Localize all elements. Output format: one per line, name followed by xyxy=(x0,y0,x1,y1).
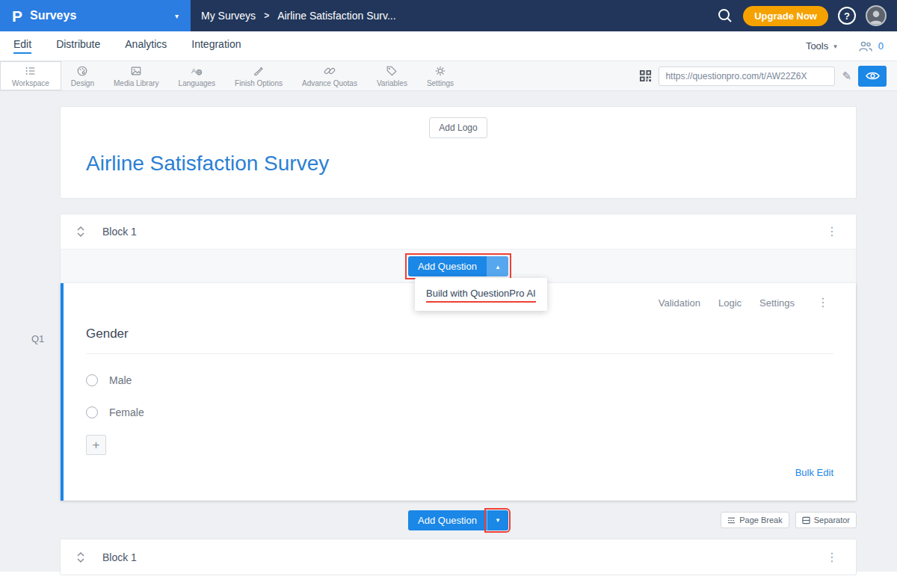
search-icon xyxy=(717,7,733,24)
block-body: Add Question ▴ Build with QuestionPro AI xyxy=(61,250,856,501)
kebab-icon: ⋮ xyxy=(817,296,829,309)
kebab-icon: ⋮ xyxy=(826,225,838,238)
bulk-edit-link[interactable]: Bulk Edit xyxy=(795,467,833,478)
preview-button[interactable] xyxy=(858,66,887,87)
chevron-down-icon: ▾ xyxy=(496,516,500,524)
editor-toolbar: Workspace Design Media Library A Languag… xyxy=(0,61,897,91)
toolbar-item-label: Advance Quotas xyxy=(302,79,357,87)
questionpro-logo: P xyxy=(12,8,22,24)
radio-button[interactable] xyxy=(86,406,98,418)
collapse-block-button[interactable] xyxy=(74,550,87,565)
page-break-icon xyxy=(727,516,736,524)
toolbar-item-label: Variables xyxy=(377,79,407,87)
page-break-button[interactable]: Page Break xyxy=(721,512,789,528)
logic-link[interactable]: Logic xyxy=(718,297,742,309)
separator-icon xyxy=(802,516,810,524)
question-card: Validation Logic Settings ⋮ Gender Male xyxy=(61,283,856,501)
toolbar-item-variables[interactable]: Variables xyxy=(367,61,417,90)
expand-collapse-icon xyxy=(76,226,85,237)
add-question-split-button: Add Question ▾ xyxy=(408,510,508,530)
collaborator-count: 0 xyxy=(878,40,884,52)
block-menu-button[interactable]: ⋮ xyxy=(822,550,842,565)
add-question-caret-button[interactable]: ▴ xyxy=(487,256,508,276)
survey-url-input[interactable] xyxy=(659,66,835,86)
block-title[interactable]: Block 1 xyxy=(102,226,137,238)
upgrade-now-button[interactable]: Upgrade Now xyxy=(743,6,828,26)
qr-code-button[interactable] xyxy=(639,69,652,82)
variables-icon xyxy=(386,65,398,77)
menu-item-label: Build with QuestionPro AI xyxy=(426,288,536,303)
collapse-block-button[interactable] xyxy=(74,224,87,239)
svg-text:A: A xyxy=(191,66,197,75)
add-question-menu: Build with QuestionPro AI xyxy=(415,278,547,311)
question-mark-icon: ? xyxy=(844,10,850,22)
block-title[interactable]: Block 1 xyxy=(102,551,137,563)
breadcrumb-my-surveys[interactable]: My Surveys xyxy=(201,10,256,22)
toolbar-item-workspace[interactable]: Workspace xyxy=(0,61,61,90)
question-menu-button[interactable]: ⋮ xyxy=(813,295,833,310)
toolbar-item-finish-options[interactable]: Finish Options xyxy=(225,61,292,90)
topbar-actions: Upgrade Now ? xyxy=(717,5,897,26)
languages-icon: A xyxy=(191,65,203,77)
insert-side-buttons: Page Break Separator xyxy=(721,512,857,528)
collaborators-icon xyxy=(858,40,873,52)
survey-editor-canvas: Add Logo Airline Satisfaction Survey Q1 … xyxy=(0,91,897,572)
validation-link[interactable]: Validation xyxy=(659,297,700,309)
toolbar-item-design[interactable]: Design xyxy=(61,61,104,90)
survey-header-card: Add Logo Airline Satisfaction Survey xyxy=(60,106,857,199)
question-number: Q1 xyxy=(31,333,44,344)
toolbar-item-languages[interactable]: A Languages xyxy=(169,61,226,90)
add-question-button[interactable]: Add Question xyxy=(408,510,487,530)
advance-quotas-icon xyxy=(324,65,336,77)
pencil-icon: ✎ xyxy=(842,69,851,83)
plus-icon: + xyxy=(93,438,100,453)
option-label[interactable]: Male xyxy=(109,374,132,386)
toolbar-item-label: Design xyxy=(71,79,94,87)
block-card: Block 1 ⋮ xyxy=(60,539,857,575)
add-question-caret-button[interactable]: ▾ xyxy=(487,510,508,530)
add-option-button[interactable]: + xyxy=(86,435,106,455)
gear-icon xyxy=(434,65,446,77)
add-question-button[interactable]: Add Question xyxy=(408,256,487,276)
tab-edit[interactable]: Edit xyxy=(13,38,31,54)
workspace-icon xyxy=(25,65,37,77)
eye-icon xyxy=(866,71,880,81)
page-break-label: Page Break xyxy=(739,516,782,524)
chevron-down-icon: ▾ xyxy=(175,12,179,20)
tab-analytics[interactable]: Analytics xyxy=(125,38,167,54)
product-switcher[interactable]: P Surveys ▾ xyxy=(0,0,191,31)
block-header: Block 1 ⋮ xyxy=(61,539,856,575)
help-button[interactable]: ? xyxy=(838,7,856,25)
search-button[interactable] xyxy=(717,7,733,24)
qr-code-icon xyxy=(639,69,652,82)
radio-button[interactable] xyxy=(86,374,98,386)
bulk-edit-row: Bulk Edit xyxy=(86,467,833,478)
question-title[interactable]: Gender xyxy=(86,327,833,354)
finish-options-icon xyxy=(253,65,265,77)
toolbar-item-settings[interactable]: Settings xyxy=(417,61,463,90)
tab-integration[interactable]: Integration xyxy=(191,38,241,54)
separator-button[interactable]: Separator xyxy=(795,512,857,528)
add-logo-button[interactable]: Add Logo xyxy=(429,117,487,138)
tools-dropdown[interactable]: Tools ▾ xyxy=(806,40,837,52)
add-question-split-button: Add Question ▴ xyxy=(408,256,508,276)
block-card: Block 1 ⋮ Add Question ▴ Build with xyxy=(60,214,857,501)
menu-item-build-with-ai[interactable]: Build with QuestionPro AI xyxy=(426,286,536,303)
collaborators-button[interactable]: 0 xyxy=(858,40,884,52)
avatar[interactable] xyxy=(866,5,887,26)
block-header: Block 1 ⋮ xyxy=(61,214,856,250)
toolbar-item-media-library[interactable]: Media Library xyxy=(104,61,169,90)
edit-url-button[interactable]: ✎ xyxy=(842,69,851,83)
tab-distribute[interactable]: Distribute xyxy=(56,38,100,54)
answer-option-row: Male xyxy=(86,374,833,386)
toolbar-item-label: Settings xyxy=(427,79,454,87)
option-label[interactable]: Female xyxy=(109,406,144,418)
survey-title[interactable]: Airline Satisfaction Survey xyxy=(86,152,830,176)
top-header: P Surveys ▾ My Surveys > Airline Satisfa… xyxy=(0,0,897,31)
expand-collapse-icon xyxy=(76,552,85,563)
settings-link[interactable]: Settings xyxy=(759,297,795,309)
toolbar-item-advance-quotas[interactable]: Advance Quotas xyxy=(292,61,367,90)
block-menu-button[interactable]: ⋮ xyxy=(822,224,842,239)
answer-option-row: Female xyxy=(86,406,833,418)
block-area: Q1 Block 1 ⋮ Add Question xyxy=(60,214,857,575)
